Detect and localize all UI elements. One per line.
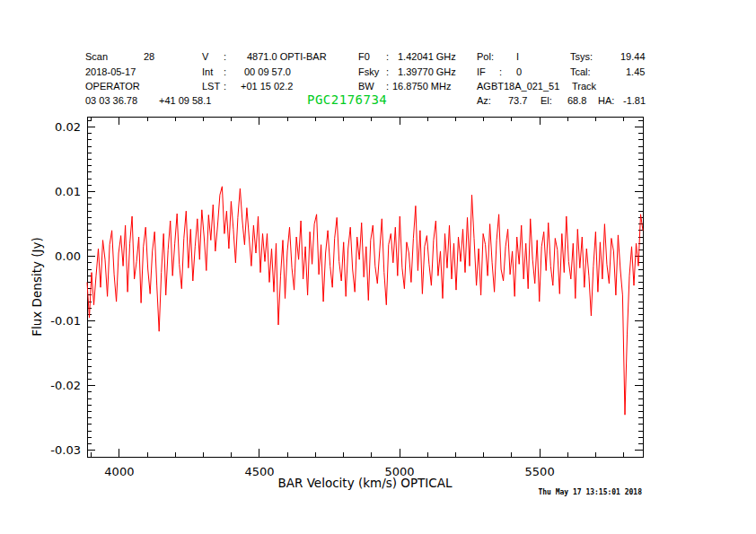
- x-tick-label: 4000: [104, 465, 134, 478]
- gbtidl-plotter-window: Scan28V:4871.0 OPTI-BARF0:1.42041 GHzPol…: [0, 0, 756, 534]
- spectrum-trace: [87, 187, 643, 415]
- plot-timestamp: Thu May 17 13:15:01 2018: [538, 488, 642, 496]
- y-tick-label: 0.01: [55, 185, 81, 198]
- y-tick-label: -0.01: [50, 314, 81, 328]
- spectrum-plot-canvas[interactable]: 40004500500055000.020.010.00-0.01-0.02-0…: [0, 0, 756, 534]
- x-tick-label: 5500: [525, 465, 555, 478]
- y-tick-label: -0.03: [50, 443, 81, 457]
- y-axis-title: Flux Density (Jy): [30, 237, 44, 336]
- y-tick-label: 0.02: [55, 120, 81, 134]
- x-axis-title: BAR Velocity (km/s) OPTICAL: [278, 476, 453, 490]
- y-tick-label: 0.00: [55, 249, 81, 263]
- y-tick-label: -0.02: [50, 379, 81, 392]
- x-tick-label: 4500: [244, 465, 274, 478]
